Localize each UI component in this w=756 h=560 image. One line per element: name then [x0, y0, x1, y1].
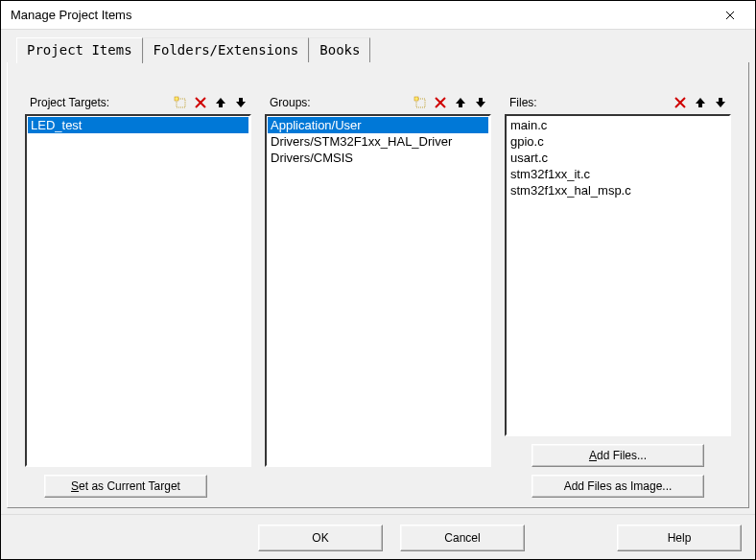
list-item[interactable]: main.c — [508, 117, 728, 133]
titlebar: Manage Project Items — [1, 1, 755, 30]
tab-books[interactable]: Books — [309, 37, 370, 62]
window-title: Manage Project Items — [11, 8, 711, 22]
files-listbox[interactable]: main.c gpio.c usart.c stm32f1xx_it.c stm… — [505, 114, 731, 436]
tab-body: Project Targets: — [7, 62, 749, 508]
groups-label: Groups: — [267, 93, 314, 112]
groups-toolbar — [412, 94, 489, 111]
groups-down-icon[interactable] — [472, 94, 489, 111]
list-item[interactable]: Drivers/STM32F1xx_HAL_Driver — [268, 133, 488, 150]
groups-column: Groups: — [265, 91, 491, 498]
tab-folders-extensions[interactable]: Folders/Extensions — [143, 37, 310, 62]
svg-rect-1 — [175, 97, 178, 101]
groups-up-icon[interactable] — [452, 94, 469, 111]
targets-delete-icon[interactable] — [192, 94, 209, 111]
targets-header: Project Targets: — [25, 91, 251, 114]
files-delete-icon[interactable] — [672, 94, 689, 111]
tab-strip: Project Items Folders/Extensions Books — [7, 37, 749, 62]
client-area: Project Items Folders/Extensions Books P… — [1, 30, 755, 514]
svg-rect-3 — [414, 97, 418, 101]
groups-delete-icon[interactable] — [432, 94, 449, 111]
list-item[interactable]: stm32f1xx_it.c — [508, 166, 728, 182]
files-toolbar — [672, 94, 729, 111]
files-label: Files: — [507, 93, 540, 112]
help-button[interactable]: Help — [617, 525, 742, 551]
list-item[interactable]: usart.c — [508, 150, 728, 166]
add-files-as-image-button[interactable]: Add Files as Image... — [532, 475, 704, 498]
files-header: Files: — [505, 91, 731, 114]
dialog-buttons: OK Cancel Help — [1, 514, 755, 559]
list-item[interactable]: Application/User — [268, 117, 488, 133]
files-down-icon[interactable] — [712, 94, 729, 111]
files-column: Files: main.c gpi — [505, 91, 731, 498]
list-item[interactable]: LED_test — [28, 117, 248, 133]
targets-label: Project Targets: — [27, 93, 112, 112]
set-current-target-button[interactable]: Set as Current Target — [44, 475, 207, 498]
tab-project-items[interactable]: Project Items — [16, 37, 143, 63]
list-item[interactable]: gpio.c — [508, 133, 728, 150]
groups-header: Groups: — [265, 91, 491, 114]
list-item[interactable]: stm32f1xx_hal_msp.c — [508, 182, 728, 198]
targets-up-icon[interactable] — [212, 94, 229, 111]
close-button[interactable] — [711, 4, 749, 27]
targets-toolbar — [172, 94, 249, 111]
list-item[interactable]: Drivers/CMSIS — [268, 150, 488, 166]
groups-listbox[interactable]: Application/User Drivers/STM32F1xx_HAL_D… — [265, 114, 491, 467]
ok-button[interactable]: OK — [258, 525, 383, 551]
targets-listbox[interactable]: LED_test — [25, 114, 251, 467]
files-up-icon[interactable] — [692, 94, 709, 111]
add-files-button[interactable]: Add Files... — [532, 444, 704, 467]
cancel-button[interactable]: Cancel — [400, 525, 525, 551]
targets-column: Project Targets: — [25, 91, 251, 498]
targets-new-icon[interactable] — [172, 94, 189, 111]
targets-down-icon[interactable] — [232, 94, 249, 111]
groups-new-icon[interactable] — [412, 94, 429, 111]
